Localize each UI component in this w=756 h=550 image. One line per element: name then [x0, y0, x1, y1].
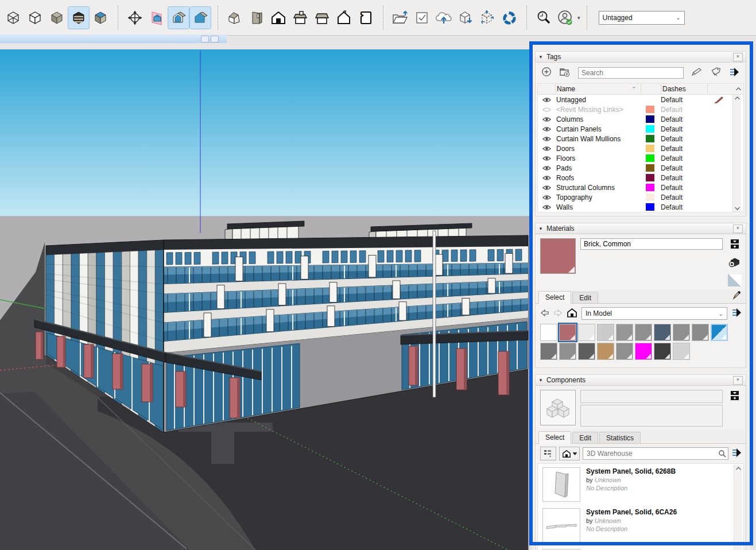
tag-color-swatch[interactable]: [640, 145, 660, 152]
material-swatch-selected[interactable]: [559, 324, 576, 341]
visibility-eye-icon[interactable]: [538, 146, 555, 152]
component-item[interactable]: System Panel, Solid, 6268Bby UnknownNo D…: [542, 467, 732, 502]
components-scrollbar[interactable]: [734, 465, 742, 550]
tags-scrollbar[interactable]: [732, 95, 741, 212]
tag-color-swatch[interactable]: [640, 135, 660, 142]
tab-select[interactable]: Select: [538, 291, 571, 304]
visibility-eye-icon[interactable]: [538, 136, 555, 142]
material-swatch[interactable]: [635, 343, 652, 360]
home-button[interactable]: [559, 447, 580, 460]
validate-button[interactable]: [412, 7, 432, 29]
materials-details-arrow[interactable]: [731, 308, 742, 319]
visibility-eye-icon[interactable]: [538, 175, 555, 181]
forward-arrow-icon[interactable]: [553, 309, 563, 319]
plan-view-button[interactable]: [355, 7, 376, 29]
component-title[interactable]: System Panel, Solid, 6268B: [586, 467, 676, 475]
tag-row[interactable]: Curtain Wall MullionsDefault: [538, 134, 743, 144]
home-icon[interactable]: [567, 308, 577, 319]
tag-dashes-value[interactable]: Default: [660, 184, 705, 192]
section-plane-button[interactable]: [125, 7, 145, 29]
component-title[interactable]: System Panel, Solid, 6CA26: [586, 508, 677, 516]
materials-panel-header[interactable]: ▼ Materials ×: [536, 223, 746, 234]
tag-row[interactable]: Curtain PanelsDefault: [538, 124, 743, 134]
material-swatch[interactable]: [597, 324, 614, 341]
tag-color-swatch[interactable]: [640, 174, 660, 181]
material-swatch[interactable]: [559, 343, 576, 360]
material-swatch[interactable]: [578, 324, 595, 341]
account-button[interactable]: [555, 7, 576, 29]
collapse-icon[interactable]: ▼: [538, 55, 543, 60]
tag-dashes-value[interactable]: Default: [660, 135, 705, 143]
material-swatch[interactable]: [692, 324, 709, 341]
reload-model-button[interactable]: [477, 7, 498, 29]
component-thumbnail[interactable]: [542, 508, 580, 543]
viewport-3d[interactable]: [0, 49, 529, 550]
material-swatch[interactable]: [654, 324, 671, 341]
material-swatch[interactable]: [635, 324, 652, 341]
tag-color-swatch[interactable]: [640, 184, 660, 191]
tag-color-swatch[interactable]: [640, 164, 660, 172]
tag-color-swatch[interactable]: [640, 193, 660, 201]
cloud-upload-button[interactable]: [433, 7, 454, 29]
download-model-button[interactable]: [455, 7, 476, 29]
material-swatch[interactable]: [540, 343, 557, 360]
component-thumbnail[interactable]: [542, 467, 580, 502]
material-swatch[interactable]: [654, 343, 671, 360]
material-swatch[interactable]: [673, 324, 690, 341]
display-section-cuts-button[interactable]: [168, 7, 189, 29]
tag-row[interactable]: DoorsDefault: [538, 144, 743, 153]
components-search-input[interactable]: [583, 447, 728, 460]
wireframe-style-button[interactable]: [3, 7, 24, 29]
visibility-eye-icon[interactable]: [538, 156, 555, 161]
tag-color-swatch[interactable]: [640, 106, 660, 113]
close-icon[interactable]: ×: [733, 53, 743, 61]
components-panel-header[interactable]: ▼ Components ×: [536, 375, 746, 386]
front-view-button[interactable]: [268, 7, 289, 29]
edit-tag-pencil-icon[interactable]: [691, 67, 703, 78]
tag-dashes-value[interactable]: Default: [660, 125, 705, 133]
tag-row[interactable]: PadsDefault: [538, 163, 743, 173]
back-arrow-icon[interactable]: [540, 309, 549, 319]
add-tag-folder-button[interactable]: [559, 67, 571, 79]
material-swatch[interactable]: [616, 343, 633, 360]
add-tag-button[interactable]: [541, 67, 552, 79]
eyedropper-icon[interactable]: [732, 291, 741, 301]
tag-color-swatch[interactable]: [640, 125, 660, 133]
edit-pencil-icon[interactable]: [705, 96, 732, 103]
material-swatch[interactable]: [540, 324, 557, 341]
component-description-field[interactable]: [580, 405, 723, 427]
search-icon[interactable]: [718, 450, 726, 459]
tag-dashes-value[interactable]: Default: [660, 193, 705, 202]
top-view-button[interactable]: [246, 7, 267, 29]
display-section-planes-button[interactable]: [146, 7, 167, 29]
tray-pin-icon[interactable]: [201, 36, 209, 42]
tab-edit[interactable]: Edit: [572, 292, 598, 303]
tag-row[interactable]: Structural ColumnsDefault: [538, 183, 743, 192]
view-options-button[interactable]: [540, 447, 556, 460]
material-swatch[interactable]: [578, 343, 595, 360]
back-view-button[interactable]: [290, 7, 311, 29]
tag-row[interactable]: TopographyDefault: [538, 192, 743, 202]
component-name-field[interactable]: [580, 390, 723, 403]
collection-dropdown[interactable]: In Model ⌄: [581, 307, 727, 320]
visibility-eye-icon[interactable]: [538, 97, 555, 103]
tag-row[interactable]: ColumnsDefault: [538, 114, 743, 124]
tag-dashes-value[interactable]: Default: [660, 106, 705, 114]
tag-dashes-value[interactable]: Default: [660, 154, 705, 162]
tag-dashes-value[interactable]: Default: [660, 203, 705, 211]
tag-row[interactable]: <Revit Missing Links>Default: [538, 104, 743, 114]
secondary-pane-icon[interactable]: [730, 390, 739, 402]
revit-importer-button[interactable]: [499, 7, 519, 29]
visibility-eye-icon[interactable]: [538, 117, 555, 122]
material-swatch[interactable]: [616, 324, 633, 341]
tags-details-arrow[interactable]: [729, 67, 740, 79]
tab-statistics[interactable]: Statistics: [599, 432, 641, 443]
tag-color-swatch[interactable]: [640, 115, 660, 123]
material-swatch[interactable]: [597, 343, 614, 360]
right-view-button[interactable]: [334, 7, 354, 29]
material-swatch[interactable]: [673, 343, 690, 360]
back-edges-style-button[interactable]: [68, 7, 89, 29]
monochrome-style-button[interactable]: [46, 7, 67, 29]
iso-view-button[interactable]: [224, 7, 245, 29]
visibility-eye-icon[interactable]: [538, 204, 555, 210]
